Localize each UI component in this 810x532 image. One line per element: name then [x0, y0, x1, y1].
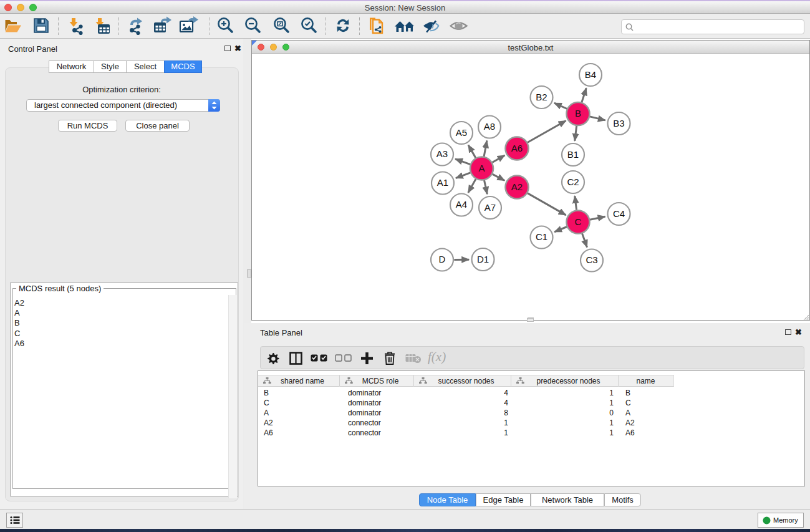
- svg-text:D: D: [439, 254, 446, 264]
- svg-text:A2: A2: [511, 181, 523, 192]
- svg-text:C2: C2: [567, 177, 579, 187]
- svg-text:A1: A1: [437, 177, 448, 188]
- svg-text:B: B: [575, 108, 581, 118]
- svg-text:A7: A7: [485, 202, 496, 213]
- svg-text:A: A: [478, 163, 485, 173]
- svg-text:B4: B4: [585, 69, 596, 80]
- svg-text:A8: A8: [484, 121, 495, 132]
- svg-text:C: C: [575, 216, 582, 227]
- svg-text:A6: A6: [511, 143, 523, 153]
- svg-text:A4: A4: [456, 199, 467, 210]
- svg-text:C4: C4: [613, 208, 625, 219]
- svg-text:D1: D1: [477, 254, 489, 264]
- svg-text:B2: B2: [536, 92, 547, 102]
- svg-text:B1: B1: [567, 149, 579, 160]
- svg-text:B3: B3: [613, 118, 624, 128]
- svg-text:A5: A5: [456, 127, 467, 138]
- svg-text:A3: A3: [436, 148, 448, 159]
- svg-text:C1: C1: [536, 231, 547, 242]
- svg-text:C3: C3: [586, 254, 597, 265]
